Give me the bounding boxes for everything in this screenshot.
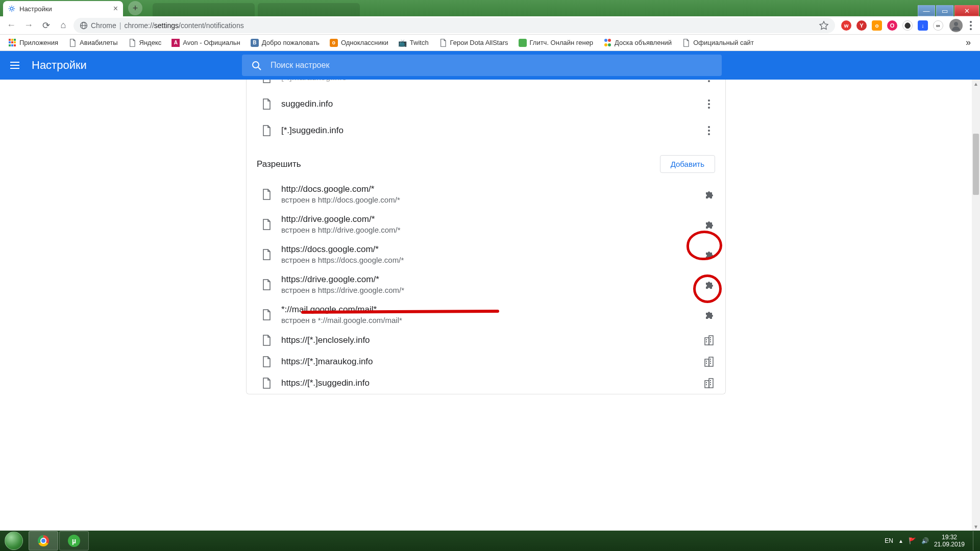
scrollbar[interactable]: ▲ ▼ <box>972 80 980 531</box>
inactive-tabs <box>153 3 360 16</box>
taskbar-chrome[interactable] <box>29 531 58 550</box>
scroll-down-button[interactable]: ▼ <box>972 522 980 531</box>
tray-clock[interactable]: 19:32 21.09.2019 <box>934 534 968 548</box>
bookmark-board[interactable]: Доска объявлений <box>599 37 676 49</box>
glitch-icon <box>519 39 527 47</box>
bookmark-label: Авиабилеты <box>80 39 117 46</box>
maximize-button[interactable]: ▭ <box>936 5 953 16</box>
site-row-blocked: [*.]maraukog.info <box>247 80 725 91</box>
file-icon <box>262 98 271 110</box>
twitch-icon: 📺 <box>399 39 407 47</box>
tray-date: 21.09.2019 <box>934 541 965 548</box>
bookmark-avon[interactable]: AAvon - Официальн <box>167 37 244 49</box>
ok-icon: o <box>330 39 338 47</box>
tab-title: Настройки <box>19 5 52 13</box>
site-row-blocked: [*.]suggedin.info <box>247 117 725 144</box>
site-row-allowed: https://[*.]maraukog.info <box>247 351 725 372</box>
ext-download-icon[interactable]: ↓ <box>918 20 928 31</box>
bookmark-flights[interactable]: Авиабилеты <box>64 37 121 49</box>
site-url: https://drive.google.com/* <box>281 274 694 285</box>
bookmark-label: Twitch <box>410 39 429 46</box>
page-icon <box>439 39 447 47</box>
file-icon <box>262 125 271 136</box>
add-site-button[interactable]: Добавить <box>660 155 715 173</box>
site-url: https://[*.]suggedin.info <box>281 378 694 388</box>
globe-icon <box>80 21 88 30</box>
site-more-button[interactable] <box>703 98 715 110</box>
settings-search-input[interactable] <box>271 61 713 70</box>
site-more-button[interactable] <box>703 124 715 137</box>
building-icon[interactable] <box>704 378 715 389</box>
bookmark-dota[interactable]: Герои Dota AllStars <box>435 37 512 49</box>
extension-icon[interactable] <box>704 189 715 200</box>
bookmark-label: Яндекс <box>139 39 162 46</box>
extension-icon[interactable] <box>704 279 715 290</box>
site-row-allowed: https://[*.]enclosely.info <box>247 330 725 351</box>
bookmark-glitch[interactable]: Глитч. Онлайн генер <box>514 37 598 49</box>
close-window-button[interactable]: ✕ <box>954 5 979 16</box>
ext-opera-icon[interactable]: O <box>887 20 897 31</box>
home-button[interactable]: ⌂ <box>56 18 70 33</box>
back-button[interactable]: ← <box>4 18 18 33</box>
file-icon <box>262 309 271 320</box>
taskbar-utorrent[interactable]: µ <box>59 531 89 550</box>
site-sub: встроен в https://docs.google.com/* <box>281 256 694 264</box>
bookmark-label: Официальный сайт <box>693 39 754 46</box>
site-row-allowed: http://drive.google.com/* встроен в http… <box>247 209 725 239</box>
hamburger-menu-button[interactable] <box>10 62 19 69</box>
ext-yab-icon[interactable]: Y <box>856 20 867 31</box>
avon-icon: A <box>172 39 180 47</box>
bookmark-twitch[interactable]: 📺Twitch <box>395 37 433 49</box>
bookmark-label: Avon - Официальн <box>183 39 240 46</box>
tray-flag-icon[interactable]: 🚩 <box>909 537 916 544</box>
tray-arrow-icon[interactable]: ▲ <box>898 538 903 544</box>
site-url: http://drive.google.com/* <box>281 214 694 224</box>
site-more-button[interactable] <box>703 80 715 84</box>
site-url: [*.]maraukog.info <box>281 80 693 83</box>
ext-ok-icon[interactable]: o <box>872 20 882 31</box>
page-icon <box>128 39 136 47</box>
site-row-allowed: https://docs.google.com/* встроен в http… <box>247 239 725 269</box>
bookmark-official[interactable]: Официальный сайт <box>678 37 758 49</box>
forward-button[interactable]: → <box>21 18 36 33</box>
new-tab-button[interactable]: + <box>128 1 142 15</box>
ext-unknown1-icon[interactable]: ⬤ <box>902 20 913 31</box>
tray-language[interactable]: EN <box>885 537 893 544</box>
extension-icon[interactable] <box>704 219 715 230</box>
site-row-allowed: *://mail.google.com/mail* встроен в *://… <box>247 299 725 330</box>
bookmarks-overflow-button[interactable]: » <box>961 37 976 48</box>
file-icon <box>262 356 271 367</box>
building-icon[interactable] <box>704 335 715 346</box>
taskbar: µ EN ▲ 🚩 🔊 19:32 21.09.2019 <box>0 531 980 551</box>
extension-icon[interactable] <box>704 309 715 320</box>
scroll-up-button[interactable]: ▲ <box>972 80 980 88</box>
settings-search-box[interactable] <box>242 55 722 76</box>
extension-icon[interactable] <box>704 249 715 260</box>
reload-button[interactable]: ⟳ <box>39 18 53 33</box>
page-icon <box>68 39 77 47</box>
bookmark-ok[interactable]: oОдноклассники <box>326 37 393 49</box>
address-url: chrome://settings/content/notifications <box>124 21 243 30</box>
star-icon[interactable] <box>819 20 829 31</box>
start-button[interactable] <box>0 531 28 551</box>
building-icon[interactable] <box>704 356 715 367</box>
address-bar[interactable]: Chrome | chrome://settings/content/notif… <box>74 18 835 33</box>
site-row-allowed: https://drive.google.com/* встроен в htt… <box>247 269 725 299</box>
show-desktop-button[interactable] <box>973 531 977 550</box>
scrollbar-thumb[interactable] <box>973 134 979 195</box>
site-row-blocked: suggedin.info <box>247 91 725 117</box>
bookmark-vk[interactable]: BДобро пожаловать <box>247 37 324 49</box>
system-tray: EN ▲ 🚩 🔊 19:32 21.09.2019 <box>881 531 980 550</box>
browser-menu-button[interactable] <box>966 21 976 30</box>
minimize-button[interactable]: — <box>918 5 935 16</box>
tray-volume-icon[interactable]: 🔊 <box>921 537 929 544</box>
bookmark-yandex[interactable]: Яндекс <box>124 37 166 49</box>
file-icon <box>262 219 271 230</box>
browser-tab[interactable]: Настройки × <box>3 1 123 16</box>
bookmark-apps[interactable]: Приложения <box>4 37 62 49</box>
chrome-icon <box>38 535 49 546</box>
ext-link-icon[interactable]: ∞ <box>933 20 943 31</box>
profile-avatar[interactable] <box>949 19 963 32</box>
ext-vk-icon[interactable]: w <box>841 20 851 31</box>
tab-close-icon[interactable]: × <box>113 4 118 13</box>
